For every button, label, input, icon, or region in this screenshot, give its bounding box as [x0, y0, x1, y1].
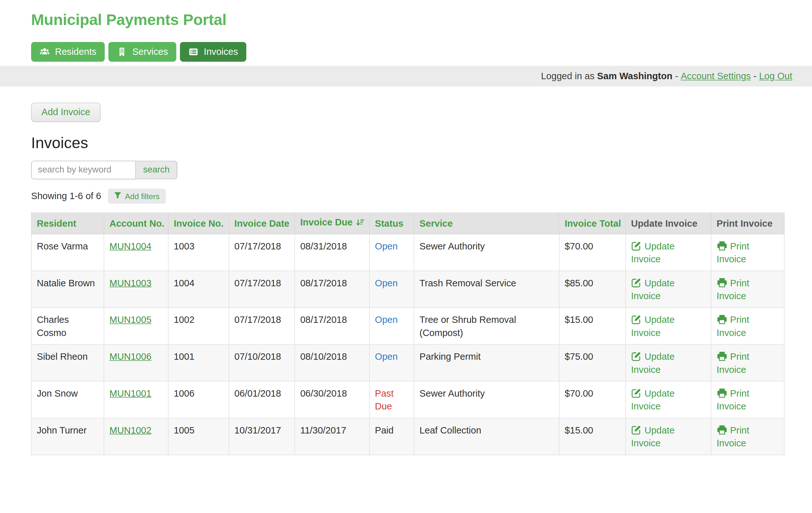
service-cell: Trash Removal Service — [414, 271, 559, 308]
account-link[interactable]: MUN1003 — [109, 278, 151, 288]
invoice-total-cell: $75.00 — [559, 344, 626, 381]
update-invoice-link[interactable]: Update Invoice — [631, 352, 675, 375]
invoice-date-cell: 07/17/2018 — [229, 271, 295, 308]
account-no-cell: MUN1003 — [104, 271, 168, 308]
add-filters-button[interactable]: Add filters — [108, 189, 166, 204]
column-header-status[interactable]: Status — [370, 213, 414, 234]
invoice-date-cell: 06/01/2018 — [229, 381, 295, 418]
update-invoice-cell: Update Invoice — [626, 308, 711, 345]
invoice-total-cell: $15.00 — [559, 308, 626, 345]
table-row: Rose Varma MUN1004 1003 07/17/2018 08/31… — [31, 234, 784, 271]
primary-nav: Residents Services — [31, 42, 781, 62]
print-invoice-link[interactable]: Print Invoice — [717, 425, 750, 449]
account-no-cell: MUN1004 — [104, 234, 168, 271]
update-invoice-cell: Update Invoice — [626, 344, 711, 381]
column-header-invoice-due-label: Invoice Due — [300, 217, 352, 228]
column-header-service[interactable]: Service — [414, 213, 559, 234]
status-badge: Past Due — [375, 388, 394, 412]
print-invoice-link[interactable]: Print Invoice — [717, 314, 750, 338]
update-invoice-link[interactable]: Update Invoice — [631, 425, 675, 449]
account-link[interactable]: MUN1004 — [109, 241, 151, 251]
invoice-due-cell: 06/30/2018 — [295, 381, 370, 418]
column-header-invoice-date[interactable]: Invoice Date — [229, 213, 295, 234]
print-invoice-link[interactable]: Print Invoice — [717, 241, 750, 265]
tab-services-label: Services — [132, 47, 168, 57]
building-icon — [117, 47, 127, 57]
account-link[interactable]: MUN1001 — [109, 388, 151, 398]
column-header-account-no[interactable]: Account No. — [104, 213, 168, 234]
account-no-cell: MUN1001 — [104, 381, 168, 418]
page: Municipal Payments Portal Residents — [0, 0, 812, 513]
invoice-due-cell: 08/31/2018 — [295, 234, 370, 271]
resident-cell: Sibel Rheon — [31, 344, 104, 381]
invoice-no-cell: 1002 — [168, 308, 229, 345]
print-invoice-cell: Print Invoice — [711, 234, 784, 271]
print-invoice-cell: Print Invoice — [711, 308, 784, 345]
account-settings-link[interactable]: Account Settings — [681, 71, 751, 82]
add-invoice-button[interactable]: Add Invoice — [31, 102, 101, 122]
tab-invoices[interactable]: Invoices — [180, 42, 246, 62]
account-link[interactable]: MUN1006 — [109, 352, 151, 362]
invoice-due-cell: 08/10/2018 — [295, 344, 370, 381]
print-invoice-link[interactable]: Print Invoice — [717, 388, 750, 412]
table-row: Jon Snow MUN1001 1006 06/01/2018 06/30/2… — [31, 381, 784, 418]
print-invoice-link[interactable]: Print Invoice — [717, 352, 750, 375]
status-badge: Paid — [375, 425, 394, 435]
column-header-update-invoice: Update Invoice — [626, 213, 711, 234]
sort-descending-icon — [356, 219, 364, 229]
invoice-no-cell: 1006 — [168, 381, 229, 418]
invoice-total-cell: $15.00 — [559, 418, 626, 455]
account-no-cell: MUN1006 — [104, 344, 168, 381]
status-cell: Past Due — [370, 381, 414, 418]
resident-cell: Jon Snow — [31, 381, 104, 418]
page-title: Invoices — [31, 134, 781, 152]
account-link[interactable]: MUN1002 — [109, 425, 151, 435]
update-invoice-link[interactable]: Update Invoice — [631, 278, 675, 301]
invoice-date-cell: 10/31/2017 — [229, 418, 295, 455]
update-invoice-cell: Update Invoice — [626, 381, 711, 418]
search-button[interactable]: search — [136, 161, 177, 179]
search-input[interactable] — [31, 161, 136, 179]
table-row: John Turner MUN1002 1005 10/31/2017 11/3… — [31, 418, 784, 455]
results-summary: Showing 1-6 of 6 — [31, 191, 101, 202]
session-prefix: Logged in as — [541, 71, 597, 82]
status-cell: Paid — [370, 418, 414, 455]
invoice-total-cell: $85.00 — [559, 271, 626, 308]
invoice-due-cell: 08/17/2018 — [295, 308, 370, 345]
column-header-invoice-total[interactable]: Invoice Total — [559, 213, 626, 234]
results-row: Showing 1-6 of 6 Add filters — [31, 189, 781, 204]
column-header-invoice-due[interactable]: Invoice Due — [295, 213, 370, 234]
invoice-total-cell: $70.00 — [559, 234, 626, 271]
tab-residents[interactable]: Residents — [31, 42, 105, 62]
invoice-date-cell: 07/17/2018 — [229, 234, 295, 271]
status-badge: Open — [375, 352, 398, 362]
status-badge: Open — [375, 241, 398, 251]
service-cell: Parking Permit — [414, 344, 559, 381]
update-invoice-link[interactable]: Update Invoice — [631, 314, 675, 338]
masthead: Municipal Payments Portal Residents — [0, 0, 812, 62]
session-user: Sam Washington — [597, 71, 672, 82]
table-list-icon — [188, 47, 199, 57]
tab-invoices-label: Invoices — [204, 47, 238, 57]
invoice-no-cell: 1001 — [168, 344, 229, 381]
invoice-due-cell: 11/30/2017 — [295, 418, 370, 455]
separator: - — [672, 71, 681, 82]
update-invoice-link[interactable]: Update Invoice — [631, 241, 675, 265]
account-no-cell: MUN1005 — [104, 308, 168, 345]
update-invoice-cell: Update Invoice — [626, 234, 711, 271]
column-header-resident[interactable]: Resident — [31, 213, 104, 234]
print-invoice-link[interactable]: Print Invoice — [717, 278, 750, 301]
invoice-date-cell: 07/17/2018 — [229, 308, 295, 345]
users-icon — [39, 47, 50, 57]
tab-services[interactable]: Services — [108, 42, 176, 62]
service-cell: Sewer Authority — [414, 381, 559, 418]
update-invoice-cell: Update Invoice — [626, 418, 711, 455]
update-invoice-link[interactable]: Update Invoice — [631, 388, 675, 412]
log-out-link[interactable]: Log Out — [759, 71, 792, 82]
session-bar: Logged in as Sam Washington - Account Se… — [0, 66, 812, 87]
invoice-no-cell: 1003 — [168, 234, 229, 271]
resident-cell: Natalie Brown — [31, 271, 104, 308]
column-header-invoice-no[interactable]: Invoice No. — [168, 213, 229, 234]
print-invoice-cell: Print Invoice — [711, 344, 784, 381]
account-link[interactable]: MUN1005 — [109, 314, 151, 325]
